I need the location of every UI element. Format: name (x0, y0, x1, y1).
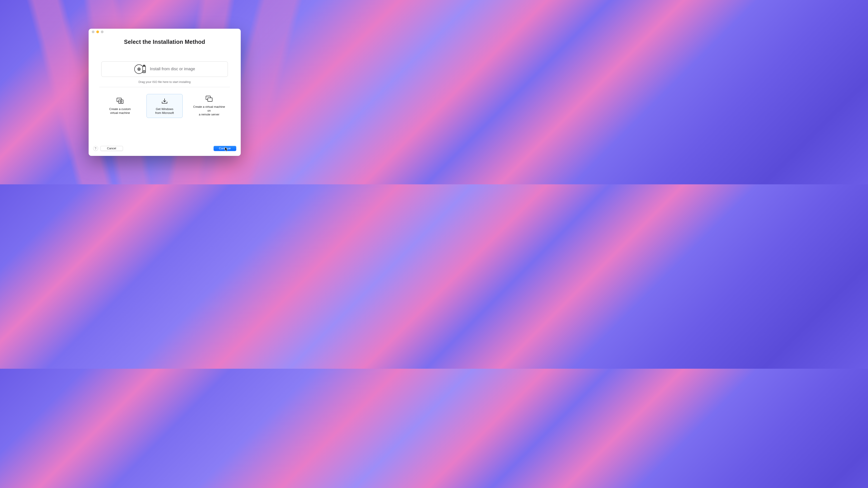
install-from-disc-label: Install from disc or image (150, 67, 195, 71)
disc-usb-icon (134, 64, 147, 74)
dialog-title: Select the Installation Method (124, 39, 205, 45)
help-button[interactable]: ? (93, 146, 98, 151)
option-get-windows-label: Get Windows from Microsoft (155, 107, 174, 115)
install-from-disc-option[interactable]: Install from disc or image (101, 61, 228, 77)
options-row: Create a custom virtual machine Get Wind… (102, 94, 227, 118)
drag-hint-text: Drag your ISO file here to start install… (138, 80, 191, 84)
close-icon[interactable] (92, 31, 94, 33)
option-remote-server-label: Create a virtual machine on a remote ser… (192, 105, 226, 117)
window-titlebar (89, 29, 241, 35)
svg-rect-12 (208, 98, 212, 101)
option-custom-vm-label: Create a custom virtual machine (109, 107, 131, 115)
settings-icon (116, 97, 124, 105)
download-icon (161, 97, 168, 105)
continue-button[interactable]: Continue (214, 146, 236, 151)
svg-point-2 (138, 69, 140, 70)
maximize-icon[interactable] (101, 31, 103, 33)
remote-display-icon (206, 96, 213, 102)
option-get-windows[interactable]: Get Windows from Microsoft (147, 94, 183, 118)
divider (99, 87, 230, 87)
svg-rect-4 (143, 65, 145, 66)
option-custom-vm[interactable]: Create a custom virtual machine (102, 94, 138, 118)
dialog-content: Select the Installation Method Install f… (89, 35, 241, 144)
dialog-footer: ? Cancel Continue (89, 144, 241, 156)
minimize-icon[interactable] (96, 31, 99, 33)
installer-dialog-window: Select the Installation Method Install f… (89, 29, 241, 156)
option-remote-server[interactable]: Create a virtual machine on a remote ser… (191, 94, 227, 118)
svg-rect-9 (119, 100, 123, 103)
cancel-button[interactable]: Cancel (100, 146, 123, 151)
